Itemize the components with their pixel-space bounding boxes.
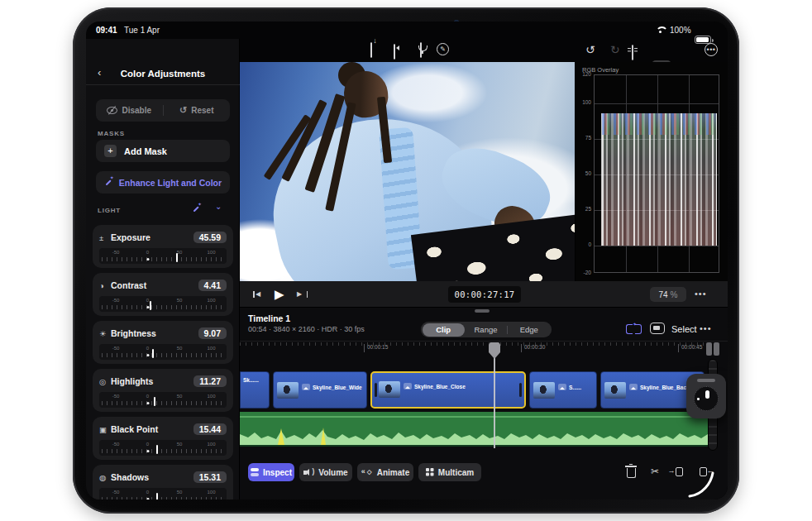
play-button[interactable]: ▶ — [275, 288, 284, 300]
jog-wheel[interactable] — [694, 386, 719, 411]
add-mask-button[interactable]: + Add Mask — [96, 140, 230, 162]
keyframe-icon — [361, 468, 373, 476]
light-auto-wand-icon[interactable] — [192, 204, 201, 213]
slider-shadows: ◍Shadows15.31 -50050100 — [93, 465, 233, 499]
mode-edge[interactable]: Edge — [508, 323, 550, 337]
more-menu-button[interactable]: ••• — [705, 43, 718, 56]
slider-cursor[interactable] — [176, 253, 178, 262]
slider-value[interactable]: 11.27 — [193, 375, 227, 387]
tick-marks — [102, 497, 224, 499]
slider-cursor[interactable] — [152, 349, 154, 358]
insert-button[interactable] — [671, 463, 687, 480]
origin-dot — [146, 498, 149, 500]
redo-button[interactable]: ↻ — [610, 44, 620, 55]
clip-skyline-blue-close[interactable]: Skyline_Blue_Close — [370, 371, 526, 409]
slider-value[interactable]: 4.41 — [198, 280, 227, 291]
volume-button[interactable]: ) Volume — [299, 463, 352, 481]
audio-clip[interactable] — [240, 412, 714, 447]
enhance-button[interactable]: Enhance Light and Color — [96, 171, 230, 194]
disable-button[interactable]: Disable — [96, 99, 163, 122]
select-button[interactable]: Select — [671, 324, 697, 334]
slider-track[interactable]: -50050100 — [99, 488, 227, 499]
battery-percent: 100% — [670, 26, 691, 35]
delete-button[interactable] — [623, 463, 639, 480]
slider-track[interactable]: -50050100 — [99, 392, 227, 408]
inspect-label: Inspect — [263, 468, 292, 477]
slider-track[interactable]: -50050100 — [99, 296, 227, 312]
tick-label: 0 — [146, 298, 149, 303]
slider-value[interactable]: 15.31 — [193, 471, 227, 483]
blade-button[interactable]: ✂ — [647, 463, 663, 480]
tick-label: 100 — [208, 490, 216, 495]
ruler-ticks — [240, 342, 716, 346]
slider-cursor[interactable] — [156, 445, 158, 454]
slider-value[interactable]: 15.44 — [193, 423, 227, 435]
next-frame-button[interactable] — [296, 289, 308, 299]
timeline-ruler[interactable]: 00:00:15 00:00:30 00:00:45 — [240, 341, 728, 371]
jog-dial[interactable] — [686, 374, 726, 418]
ruler-label: 00:00:30 — [521, 344, 545, 352]
masks-section-label: MASKS — [98, 130, 125, 137]
status-date: Tue 1 Apr — [124, 26, 160, 35]
slider-cursor[interactable] — [156, 493, 158, 500]
previous-frame-button[interactable] — [253, 289, 265, 299]
jog-grab-handle — [697, 379, 715, 382]
reset-button[interactable]: ↺ Reset — [164, 99, 231, 122]
jog-pointer — [705, 390, 709, 399]
clip-skyline-partial[interactable]: Sk...... — [240, 371, 270, 409]
clip-photo-icon — [558, 384, 566, 390]
multicam-button[interactable]: Multicam — [418, 463, 481, 481]
tick-marks — [102, 353, 224, 357]
clip-thumbnail — [604, 382, 626, 399]
clip-photo-icon — [404, 383, 412, 390]
camera-button[interactable] — [394, 45, 395, 60]
microphone-icon — [420, 42, 422, 58]
clip-overview-button[interactable] — [650, 323, 665, 334]
microphone-button[interactable] — [420, 43, 422, 58]
slider-track[interactable]: -50050100 — [99, 248, 227, 264]
undo-button[interactable]: ↺ — [585, 44, 595, 55]
mode-range[interactable]: Range — [465, 323, 507, 337]
slider-value[interactable]: 9.07 — [198, 327, 227, 339]
export-button[interactable] — [370, 43, 372, 58]
light-section-label: LIGHT — [98, 207, 121, 214]
clip-skyline-blue-wide[interactable]: Skyline_Blue_Wide — [273, 371, 367, 409]
slider-black-point: ▣Black Point15.44 -50050100 — [93, 417, 233, 460]
inspect-button[interactable]: Inspect — [248, 463, 294, 481]
viewer-more-button[interactable]: ••• — [695, 289, 707, 299]
viewer-zoom-button[interactable]: 74 % — [650, 287, 686, 302]
timeline-resize-handle[interactable] — [475, 309, 490, 313]
timeline-zoom-bars[interactable] — [706, 342, 720, 356]
ruler-label: 00:00:15 — [364, 344, 388, 352]
page: 09:41 Tue 1 Apr 100% ‹ Video Final Edit … — [0, 0, 812, 521]
slider-exposure: ±Exposure45.59 -50050100 — [93, 225, 233, 268]
slider-cursor[interactable] — [154, 397, 155, 406]
edit-mode-segmented-control: Clip Range Edge — [421, 322, 552, 337]
pencil-tool-button[interactable] — [437, 43, 449, 55]
video-preview[interactable] — [240, 62, 575, 281]
origin-dot — [146, 450, 149, 452]
disable-label: Disable — [122, 106, 151, 115]
slider-brightness: ☀Brightness9.07 -50050100 — [93, 321, 233, 364]
multicam-label: Multicam — [438, 468, 474, 477]
slider-label: Highlights — [111, 376, 153, 386]
speaker-icon: ) — [303, 468, 314, 476]
slider-value[interactable]: 45.59 — [193, 232, 227, 243]
timecode-display: 00:00:27:17 — [448, 286, 521, 303]
timeline-more-button[interactable]: ••• — [700, 323, 712, 333]
magnetic-timeline-button[interactable]: ✦ — [626, 323, 642, 334]
tick-label: -50 — [112, 346, 120, 351]
slider-track[interactable]: -50050100 — [99, 440, 227, 456]
light-collapse-chevron-icon[interactable]: ⌄ — [215, 202, 222, 211]
clip-skyline-short[interactable]: S...... — [529, 371, 597, 409]
slider-track[interactable]: -50050100 — [99, 344, 227, 360]
zoom-unit: % — [671, 290, 678, 299]
slider-label: Exposure — [111, 232, 150, 242]
animate-button[interactable]: Animate — [357, 463, 413, 481]
pencil-icon — [437, 43, 449, 55]
inspector-panel-button[interactable] — [632, 45, 633, 60]
mode-clip[interactable]: Clip — [423, 323, 465, 337]
gridline — [595, 246, 719, 246]
slider-cursor[interactable] — [150, 301, 151, 310]
zoom-bar — [714, 342, 719, 356]
